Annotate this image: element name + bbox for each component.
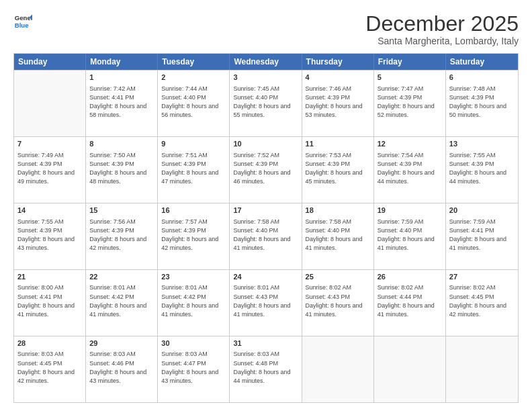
cell-sun-info: Sunrise: 7:51 AM Sunset: 4:39 PM Dayligh…	[161, 151, 226, 186]
day-number: 25	[306, 272, 370, 282]
calendar-cell: 1Sunrise: 7:42 AM Sunset: 4:41 PM Daylig…	[86, 71, 158, 136]
calendar-cell: 5Sunrise: 7:47 AM Sunset: 4:39 PM Daylig…	[374, 71, 446, 136]
calendar-cell: 4Sunrise: 7:46 AM Sunset: 4:39 PM Daylig…	[302, 71, 374, 136]
day-number: 11	[306, 139, 370, 149]
cell-sun-info: Sunrise: 7:53 AM Sunset: 4:39 PM Dayligh…	[306, 151, 370, 186]
weekday-header: Saturday	[446, 54, 518, 70]
weekday-header: Monday	[86, 54, 158, 70]
day-number: 21	[17, 272, 82, 282]
calendar-cell: 15Sunrise: 7:56 AM Sunset: 4:39 PM Dayli…	[86, 203, 158, 269]
svg-text:General: General	[15, 14, 32, 21]
cell-sun-info: Sunrise: 8:03 AM Sunset: 4:48 PM Dayligh…	[233, 350, 298, 385]
calendar-cell: 28Sunrise: 8:03 AM Sunset: 4:45 PM Dayli…	[14, 336, 86, 402]
calendar-cell: 29Sunrise: 8:03 AM Sunset: 4:46 PM Dayli…	[86, 336, 158, 402]
calendar-cell: 11Sunrise: 7:53 AM Sunset: 4:39 PM Dayli…	[302, 137, 374, 203]
day-number: 4	[306, 73, 370, 83]
calendar-cell: 21Sunrise: 8:00 AM Sunset: 4:41 PM Dayli…	[14, 270, 86, 336]
cell-sun-info: Sunrise: 8:02 AM Sunset: 4:43 PM Dayligh…	[306, 283, 370, 318]
cell-sun-info: Sunrise: 8:03 AM Sunset: 4:45 PM Dayligh…	[17, 350, 82, 385]
calendar-cell: 14Sunrise: 7:55 AM Sunset: 4:39 PM Dayli…	[14, 203, 86, 269]
calendar-cell: 23Sunrise: 8:01 AM Sunset: 4:42 PM Dayli…	[158, 270, 230, 336]
calendar-row: 7Sunrise: 7:49 AM Sunset: 4:39 PM Daylig…	[14, 136, 518, 203]
day-number: 13	[449, 139, 515, 149]
cell-sun-info: Sunrise: 8:01 AM Sunset: 4:43 PM Dayligh…	[233, 283, 298, 318]
calendar-cell	[446, 336, 518, 402]
day-number: 3	[233, 73, 298, 83]
logo: General Blue	[13, 12, 32, 31]
calendar-cell: 31Sunrise: 8:03 AM Sunset: 4:48 PM Dayli…	[230, 336, 302, 402]
calendar-cell: 30Sunrise: 8:03 AM Sunset: 4:47 PM Dayli…	[158, 336, 230, 402]
cell-sun-info: Sunrise: 7:55 AM Sunset: 4:39 PM Dayligh…	[449, 151, 515, 186]
day-number: 9	[161, 139, 226, 149]
cell-sun-info: Sunrise: 7:59 AM Sunset: 4:40 PM Dayligh…	[378, 218, 442, 253]
calendar-cell: 3Sunrise: 7:45 AM Sunset: 4:40 PM Daylig…	[230, 71, 302, 136]
cell-sun-info: Sunrise: 7:47 AM Sunset: 4:39 PM Dayligh…	[378, 85, 442, 120]
day-number: 23	[161, 272, 226, 282]
calendar-cell: 2Sunrise: 7:44 AM Sunset: 4:40 PM Daylig…	[158, 71, 230, 136]
calendar-cell: 9Sunrise: 7:51 AM Sunset: 4:39 PM Daylig…	[158, 137, 230, 203]
logo-icon: General Blue	[13, 12, 32, 31]
cell-sun-info: Sunrise: 7:49 AM Sunset: 4:39 PM Dayligh…	[17, 151, 82, 186]
calendar-cell: 6Sunrise: 7:48 AM Sunset: 4:39 PM Daylig…	[446, 71, 518, 136]
day-number: 15	[89, 205, 154, 216]
day-number: 2	[161, 73, 226, 83]
cell-sun-info: Sunrise: 8:03 AM Sunset: 4:47 PM Dayligh…	[161, 350, 226, 385]
cell-sun-info: Sunrise: 7:50 AM Sunset: 4:39 PM Dayligh…	[89, 151, 154, 186]
day-number: 5	[378, 73, 442, 83]
calendar-cell: 13Sunrise: 7:55 AM Sunset: 4:39 PM Dayli…	[446, 137, 518, 203]
day-number: 16	[161, 205, 226, 216]
cell-sun-info: Sunrise: 8:02 AM Sunset: 4:45 PM Dayligh…	[449, 283, 515, 318]
calendar-cell: 12Sunrise: 7:54 AM Sunset: 4:39 PM Dayli…	[374, 137, 446, 203]
calendar-row: 21Sunrise: 8:00 AM Sunset: 4:41 PM Dayli…	[14, 269, 518, 336]
calendar-cell: 26Sunrise: 8:02 AM Sunset: 4:44 PM Dayli…	[374, 270, 446, 336]
cell-sun-info: Sunrise: 7:58 AM Sunset: 4:40 PM Dayligh…	[233, 218, 298, 253]
day-number: 20	[449, 205, 515, 216]
calendar-cell: 19Sunrise: 7:59 AM Sunset: 4:40 PM Dayli…	[374, 203, 446, 269]
cell-sun-info: Sunrise: 8:03 AM Sunset: 4:46 PM Dayligh…	[89, 350, 154, 385]
cell-sun-info: Sunrise: 8:01 AM Sunset: 4:42 PM Dayligh…	[89, 283, 154, 318]
day-number: 28	[17, 338, 82, 349]
month-title: December 2025	[365, 12, 519, 36]
calendar-cell: 8Sunrise: 7:50 AM Sunset: 4:39 PM Daylig…	[86, 137, 158, 203]
header: General Blue December 2025 Santa Margher…	[13, 12, 519, 46]
cell-sun-info: Sunrise: 8:02 AM Sunset: 4:44 PM Dayligh…	[378, 283, 442, 318]
day-number: 19	[378, 205, 442, 216]
calendar-row: 14Sunrise: 7:55 AM Sunset: 4:39 PM Dayli…	[14, 203, 518, 269]
cell-sun-info: Sunrise: 7:48 AM Sunset: 4:39 PM Dayligh…	[449, 85, 515, 120]
day-number: 27	[449, 272, 515, 282]
day-number: 18	[306, 205, 370, 216]
cell-sun-info: Sunrise: 7:54 AM Sunset: 4:39 PM Dayligh…	[378, 151, 442, 186]
day-number: 29	[89, 338, 154, 349]
day-number: 7	[17, 139, 82, 149]
day-number: 26	[378, 272, 442, 282]
cell-sun-info: Sunrise: 7:44 AM Sunset: 4:40 PM Dayligh…	[161, 85, 226, 120]
cell-sun-info: Sunrise: 7:45 AM Sunset: 4:40 PM Dayligh…	[233, 85, 298, 120]
weekday-header: Wednesday	[230, 54, 302, 70]
day-number: 31	[233, 338, 298, 349]
calendar-cell: 27Sunrise: 8:02 AM Sunset: 4:45 PM Dayli…	[446, 270, 518, 336]
cell-sun-info: Sunrise: 7:46 AM Sunset: 4:39 PM Dayligh…	[306, 85, 370, 120]
calendar-cell: 25Sunrise: 8:02 AM Sunset: 4:43 PM Dayli…	[302, 270, 374, 336]
calendar-cell	[14, 71, 86, 136]
calendar: SundayMondayTuesdayWednesdayThursdayFrid…	[13, 53, 519, 403]
calendar-cell: 24Sunrise: 8:01 AM Sunset: 4:43 PM Dayli…	[230, 270, 302, 336]
day-number: 24	[233, 272, 298, 282]
calendar-cell: 16Sunrise: 7:57 AM Sunset: 4:39 PM Dayli…	[158, 203, 230, 269]
title-area: December 2025 Santa Margherita, Lombardy…	[365, 12, 519, 46]
day-number: 8	[89, 139, 154, 149]
calendar-cell	[302, 336, 374, 402]
calendar-cell: 7Sunrise: 7:49 AM Sunset: 4:39 PM Daylig…	[14, 137, 86, 203]
cell-sun-info: Sunrise: 7:55 AM Sunset: 4:39 PM Dayligh…	[17, 218, 82, 253]
calendar-body: 1Sunrise: 7:42 AM Sunset: 4:41 PM Daylig…	[14, 70, 518, 402]
calendar-cell: 22Sunrise: 8:01 AM Sunset: 4:42 PM Dayli…	[86, 270, 158, 336]
calendar-cell: 10Sunrise: 7:52 AM Sunset: 4:39 PM Dayli…	[230, 137, 302, 203]
cell-sun-info: Sunrise: 7:57 AM Sunset: 4:39 PM Dayligh…	[161, 218, 226, 253]
calendar-cell: 18Sunrise: 7:58 AM Sunset: 4:40 PM Dayli…	[302, 203, 374, 269]
cell-sun-info: Sunrise: 7:59 AM Sunset: 4:41 PM Dayligh…	[449, 218, 515, 253]
cell-sun-info: Sunrise: 7:42 AM Sunset: 4:41 PM Dayligh…	[89, 85, 154, 120]
calendar-header: SundayMondayTuesdayWednesdayThursdayFrid…	[14, 54, 518, 70]
day-number: 12	[378, 139, 442, 149]
weekday-header: Sunday	[14, 54, 86, 70]
calendar-cell: 17Sunrise: 7:58 AM Sunset: 4:40 PM Dayli…	[230, 203, 302, 269]
location-subtitle: Santa Margherita, Lombardy, Italy	[365, 36, 519, 46]
